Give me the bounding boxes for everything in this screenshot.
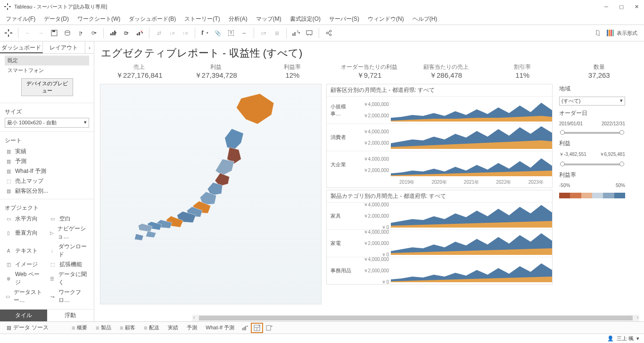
sheet-tab[interactable]: ⊞製品 [91,323,116,333]
worksheet-icon: ▥ [5,188,12,195]
profit-filter-label: 利益 [559,139,625,147]
object-item[interactable]: ▯垂直方向 [3,224,47,242]
status-dropdown[interactable]: ▾ [636,335,639,342]
object-icon: ▷ [49,229,55,236]
data-source-button[interactable] [62,27,73,39]
sheets-list: ▥実績 ▥予測 ▥What-If 予測 ⬚売上マップ ▥顧客区分別... [0,146,94,197]
refresh-button[interactable]: ⟳▾ [88,27,99,39]
device-preview-button[interactable]: デバイスのプレビュー [21,78,73,96]
tab-dashboard[interactable]: ダッシュボード [0,41,43,53]
sheet-tab[interactable]: ⊞配送 [140,323,164,333]
menu-server[interactable]: サーバー(S) [325,14,363,24]
dashboard-canvas[interactable]: エグゼクティブレポート - 収益性 (すべて) 売上￥227,176,841利益… [94,41,644,321]
sheet-tab[interactable]: 実績 [164,323,182,333]
tile-button[interactable]: タイル [0,310,47,321]
object-item[interactable]: ↝ワークフロ… [47,287,91,305]
text-box-button[interactable]: T [225,27,237,39]
sheet-tab[interactable]: ⊞概要 [67,323,91,333]
svg-text:+: + [258,325,260,328]
menu-format[interactable]: 書式設定(O) [286,14,324,24]
region-filter-label: 地域 [559,85,625,93]
object-item[interactable]: ▭空白 [47,214,91,224]
fit-button[interactable]: ▭▾ [258,27,269,39]
profit-slider[interactable] [561,163,623,165]
object-item[interactable]: ▭データストー… [3,287,47,305]
highlight-button[interactable]: ▾ [199,27,210,39]
presentation-mode-button[interactable] [304,27,315,39]
menu-file[interactable]: ファイル(F) [2,14,39,24]
collapse-panel-button[interactable]: ‹ [85,41,94,53]
redo-button[interactable]: → [35,27,47,39]
object-icon: ☰ [49,275,56,282]
chart-category-sales[interactable]: 製品カテゴリ別の月間売上 - 都道府県: すべて 家具￥4,000,000￥2,… [326,190,553,285]
orderdate-slider[interactable] [561,132,623,134]
object-item[interactable]: ▷ナビゲーショ… [47,224,91,242]
sheet-item[interactable]: ▥What-If 予測 [0,166,94,176]
sheet-tab[interactable]: 予測 [182,323,201,333]
object-item[interactable]: ⊕Web ページ [3,270,47,287]
menu-worksheet[interactable]: ワークシート(W) [74,14,124,24]
chevron-down-icon: ▾ [84,119,87,126]
tableau-home-icon[interactable] [3,27,14,39]
save-button[interactable] [49,27,60,39]
object-icon: ▭ [5,216,12,222]
pause-auto-button[interactable]: ▯▾ [75,27,86,39]
tab-data-source[interactable]: ⊞データ ソース [2,322,53,334]
duplicate-button[interactable]: ⧉▾ [121,27,132,39]
show-me-icon[interactable] [607,30,614,36]
close-button[interactable]: ✕ [633,3,640,10]
show-mark-labels-button[interactable]: T▾ [290,27,302,39]
menu-data[interactable]: データ(D) [40,14,73,24]
sheet-item[interactable]: ▥予測 [0,156,94,166]
show-me-label[interactable]: 表示形式 [617,30,637,37]
horizontal-scrollbar[interactable]: ‹ › [192,315,639,321]
sheet-tab[interactable]: ⊞顧客 [116,323,140,333]
data-guide-icon[interactable] [593,27,604,39]
sheet-tab[interactable]: What-If 予測 [201,323,239,333]
menu-analysis[interactable]: 分析(A) [225,14,251,24]
new-dashboard-tab-button[interactable]: + [251,323,263,333]
object-item[interactable]: ☰データに聞く [47,270,91,287]
sort-desc-button[interactable]: ↑≡ [180,27,191,39]
user-icon: 👤 [607,335,614,342]
menu-window[interactable]: ウィンドウ(N) [364,14,408,24]
worksheet-icon: ▥ [5,148,12,155]
object-item[interactable]: Aテキスト [3,242,47,260]
object-item[interactable]: ⬚拡張機能 [47,260,91,270]
new-story-tab-button[interactable]: + [263,323,275,333]
chart-segment-sales[interactable]: 顧客区分別の月間売上 - 都道府県: すべて 小規模事…￥4,000,000￥2… [326,84,553,188]
undo-button[interactable]: ← [22,27,33,39]
region-filter-dropdown[interactable]: (すべて)▾ [559,97,625,106]
device-default[interactable]: 既定 [5,56,89,65]
tab-layout[interactable]: レイアウト [43,41,86,53]
sheet-item[interactable]: ▥実績 [0,147,94,156]
show-hide-button[interactable]: ↔ [239,27,250,39]
size-dropdown[interactable]: 最小 1000x620 - 自動▾ [5,118,89,128]
minimize-button[interactable]: ─ [603,3,610,10]
menu-dashboard[interactable]: ダッシュボード(B) [125,14,180,24]
menu-map[interactable]: マップ(M) [252,14,285,24]
svg-rect-3 [9,6,11,7]
sheet-item[interactable]: ⬚売上マップ [0,176,94,186]
new-worksheet-button[interactable]: ▾ [107,27,119,39]
share-button[interactable] [323,27,334,39]
float-button[interactable]: 浮動 [47,310,94,321]
swap-button[interactable]: ⇄ [153,27,165,39]
device-smartphone[interactable]: スマートフォン [5,65,89,75]
menu-story[interactable]: ストーリー(T) [181,14,223,24]
svg-rect-18 [292,33,294,36]
attach-button[interactable]: 📎 [212,27,223,39]
object-item[interactable]: ▭水平方向 [3,214,47,224]
sort-asc-button[interactable]: ↓≡ [166,27,178,39]
clear-button[interactable]: ▾ [134,27,145,39]
object-item[interactable]: ◫イメージ [3,260,47,270]
maximize-button[interactable]: ▢ [618,3,625,10]
object-item[interactable]: ↓ダウンロード [47,242,91,260]
svg-rect-5 [8,34,9,37]
sheet-item[interactable]: ▥顧客区分別... [0,186,94,196]
map-panel[interactable] [100,84,322,304]
menu-help[interactable]: ヘルプ(H) [409,14,441,24]
map-icon: ⬚ [5,178,12,185]
new-worksheet-tab-button[interactable]: + [239,323,251,333]
fix-axes-button[interactable]: ⊞ [271,27,282,39]
